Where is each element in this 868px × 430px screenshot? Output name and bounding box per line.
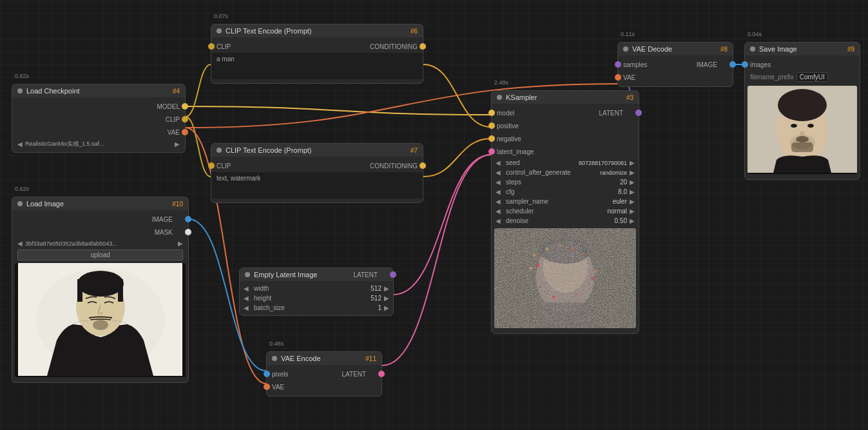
svg-point-29 xyxy=(796,136,809,142)
prompt-textarea-6[interactable]: a man xyxy=(211,53,423,79)
svg-rect-12 xyxy=(530,267,532,269)
control-next[interactable]: ▶ xyxy=(628,169,636,176)
ksampler-id: #3 xyxy=(626,94,633,101)
vae-input-socket-encode[interactable] xyxy=(264,384,270,390)
control-prev[interactable]: ◀ xyxy=(494,169,502,176)
cfg-prev[interactable]: ◀ xyxy=(494,188,502,195)
latent-output-socket-ks[interactable] xyxy=(635,110,642,116)
vae-decode-header: VAE Decode #8 xyxy=(618,43,733,55)
ksampler-header: KSampler #3 xyxy=(492,91,639,104)
batch-label: batch_size xyxy=(251,304,354,311)
control-row: ◀ control_after_generate randomize ▶ xyxy=(492,168,639,177)
prompt-textarea-7[interactable]: text, watermark xyxy=(211,172,423,199)
clip-input-label-7: CLIP xyxy=(217,162,231,170)
clip-input-socket-6[interactable] xyxy=(208,43,215,50)
steps-prev[interactable]: ◀ xyxy=(494,179,502,186)
load-checkpoint-node: 0.62s Load Checkpoint #4 MODEL CLIP VAE … xyxy=(12,84,186,153)
batch-prev[interactable]: ◀ xyxy=(242,304,250,311)
vae-label: VAE xyxy=(168,129,180,136)
mask-output-label: MASK xyxy=(155,229,173,236)
upload-button[interactable]: upload xyxy=(17,249,183,260)
vae-socket-decode[interactable] xyxy=(615,74,621,81)
denoise-row: ◀ denoise 0.50 ▶ xyxy=(492,216,639,226)
load-image-preview xyxy=(15,263,186,377)
save-image-title: Save Image xyxy=(759,45,797,53)
height-next[interactable]: ▶ xyxy=(383,295,391,302)
svg-rect-14 xyxy=(539,286,541,288)
seed-prev[interactable]: ◀ xyxy=(494,159,502,166)
samples-socket[interactable] xyxy=(615,61,621,68)
conditioning-output-socket-6[interactable] xyxy=(420,43,426,50)
vae-socket[interactable] xyxy=(182,129,188,135)
sampler-prev[interactable]: ◀ xyxy=(494,198,502,205)
width-next[interactable]: ▶ xyxy=(383,285,391,292)
filename-prefix-value[interactable]: ComfyUI xyxy=(796,72,828,82)
load-image-id: #10 xyxy=(172,200,183,208)
filename-row: filename_prefix ComfyUI xyxy=(745,71,860,83)
latent-output-socket[interactable] xyxy=(390,271,396,278)
ckpt-next-arrow[interactable]: ▶ xyxy=(175,141,180,148)
svg-point-4 xyxy=(539,238,591,264)
denoise-prev[interactable]: ◀ xyxy=(494,217,502,224)
latent-image-socket[interactable] xyxy=(488,148,495,155)
vae-decode-dot xyxy=(623,46,628,52)
pixels-socket[interactable] xyxy=(264,371,270,377)
image-file-prev[interactable]: ◀ xyxy=(17,240,23,247)
filename-prefix-label: filename_prefix xyxy=(750,73,794,81)
svg-rect-13 xyxy=(594,270,597,273)
seed-next[interactable]: ▶ xyxy=(628,159,636,166)
height-prev[interactable]: ◀ xyxy=(242,295,250,302)
model-input-label: model xyxy=(497,110,514,117)
steps-next[interactable]: ▶ xyxy=(628,179,636,186)
clip-input-row-6: CLIP CONDITIONING xyxy=(211,40,423,53)
image-output-socket-li[interactable] xyxy=(185,216,191,222)
svg-rect-10 xyxy=(572,248,574,250)
empty-latent-title: Empty Latent Image xyxy=(254,271,317,279)
cfg-next[interactable]: ▶ xyxy=(628,188,636,195)
images-socket[interactable] xyxy=(742,61,748,68)
steps-row: ◀ steps 20 ▶ xyxy=(492,177,639,187)
denoise-next[interactable]: ▶ xyxy=(628,217,636,224)
svg-rect-11 xyxy=(584,254,587,257)
ksampler-body: model LATENT positive negative latent_im… xyxy=(492,104,639,333)
model-input-row: model LATENT xyxy=(492,106,639,119)
clip-input-socket-7[interactable] xyxy=(208,162,215,169)
node-body-6: CLIP CONDITIONING a man xyxy=(211,37,423,83)
width-prev[interactable]: ◀ xyxy=(242,285,250,292)
model-socket[interactable] xyxy=(182,103,188,110)
image-output-socket[interactable] xyxy=(729,61,736,68)
sampler-next[interactable]: ▶ xyxy=(628,198,636,205)
control-label: control_after_generate xyxy=(503,169,590,176)
vae-decode-id: #8 xyxy=(720,46,728,53)
batch-value: 1 xyxy=(356,304,381,311)
clip-socket[interactable] xyxy=(182,116,188,122)
positive-socket[interactable] xyxy=(488,122,495,129)
clip-label: CLIP xyxy=(166,116,180,123)
image-file-next[interactable]: ▶ xyxy=(178,240,183,247)
images-input-row: images xyxy=(745,58,860,71)
batch-next[interactable]: ▶ xyxy=(383,304,391,311)
model-input-socket[interactable] xyxy=(488,110,495,116)
node-status-dot-7 xyxy=(217,148,222,153)
vae-input-label-encode: VAE xyxy=(272,384,284,391)
ckpt-prev-arrow[interactable]: ◀ xyxy=(17,141,23,148)
conditioning-output-socket-7[interactable] xyxy=(420,162,426,169)
mask-output-socket[interactable] xyxy=(185,229,191,235)
negative-socket[interactable] xyxy=(488,135,495,142)
ckpt-name-row: ◀ RealisticGanMix实感_1.5.saf... ▶ xyxy=(12,139,185,150)
vae-encode-latent-socket[interactable] xyxy=(378,371,385,377)
image-output-row-li: IMAGE xyxy=(12,213,188,226)
image-output-label-li: IMAGE xyxy=(152,216,173,223)
latent-output-label-ks: LATENT xyxy=(599,110,623,117)
clip-input-row-7: CLIP CONDITIONING xyxy=(211,159,423,172)
empty-latent-body: ◀ width 512 ▶ ◀ height 512 ▶ ◀ batch_siz… xyxy=(240,281,393,315)
save-image-time: 0.04s xyxy=(747,31,762,37)
svg-point-23 xyxy=(791,124,797,128)
scheduler-next[interactable]: ▶ xyxy=(628,208,636,215)
clip-text-encode-6-node: 0.07s CLIP Text Encode (Prompt) #6 CLIP … xyxy=(211,24,423,84)
scheduler-value: normal xyxy=(601,208,627,215)
scheduler-prev[interactable]: ◀ xyxy=(494,208,502,215)
node-id: #4 xyxy=(173,88,180,95)
vae-output-row: VAE xyxy=(12,126,185,139)
svg-rect-15 xyxy=(588,283,590,285)
